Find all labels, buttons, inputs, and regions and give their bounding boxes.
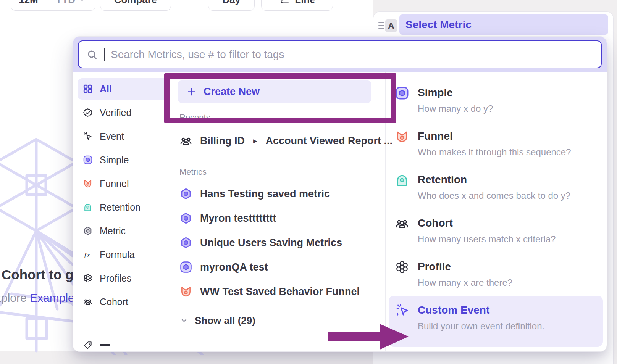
chart-type-line-button[interactable]: Line — [261, 0, 333, 11]
retention-icon — [83, 202, 93, 212]
search-box[interactable] — [78, 40, 602, 68]
clipped-label-fragment — [100, 344, 110, 351]
metric-picker-modal: All Verified Event Simple Funnel — [73, 36, 607, 352]
type-title: Profile — [418, 261, 512, 273]
sidebar-item-profiles[interactable]: Profiles — [78, 267, 168, 289]
metric-type-funnel[interactable]: FunnelWho makes it through this sequence… — [389, 122, 603, 165]
list-item-label: Myron testttttttt — [200, 213, 276, 224]
sidebar-item-label: Funnel — [100, 178, 129, 189]
profiles-icon — [83, 273, 93, 283]
compare-label: Compare — [114, 0, 157, 6]
app-screen: 12M YTD Compare Day Line — [0, 0, 617, 364]
metrics-header: Metrics — [179, 167, 380, 177]
compare-button[interactable]: Compare — [100, 0, 171, 11]
list-item[interactable]: Unique Users Saving Metrics — [178, 230, 380, 255]
metric-type-cohort[interactable]: CohortHow many users match x criteria? — [389, 209, 603, 252]
sidebar-item-label: Simple — [100, 155, 129, 166]
type-description: How many x do y? — [418, 103, 493, 114]
metric-type-custom-event[interactable]: Custom EventBuild your own event definit… — [389, 296, 603, 347]
profiles-icon — [395, 260, 409, 288]
metric-hexagon-icon — [83, 226, 93, 236]
recent-item-suffix: Account Viewed Report ... — [266, 135, 393, 147]
sidebar-item-tags-partial[interactable] — [78, 339, 168, 351]
metric-type-retention[interactable]: RetentionWho does x and comes back to do… — [389, 165, 603, 209]
select-metric-button[interactable]: Select Metric — [399, 14, 608, 35]
create-new-button[interactable]: Create New — [178, 80, 371, 103]
results-column: Create New Recents Billing ID ▸ Account … — [173, 72, 385, 351]
series-a-badge: A — [385, 19, 397, 32]
show-all-toggle[interactable]: Show all (29) — [178, 309, 380, 332]
interval-day-button[interactable]: Day — [208, 0, 255, 11]
metric-type-profile[interactable]: ProfileHow many x are there? — [389, 252, 603, 296]
type-title: Simple — [418, 87, 493, 99]
type-title: Funnel — [418, 130, 571, 142]
date-range-group: 12M YTD — [11, 0, 95, 11]
search-band — [73, 37, 607, 72]
explore-text-fragment: xplore — [0, 292, 30, 304]
verified-badge-icon — [83, 108, 93, 118]
breadcrumb-arrow-icon: ▸ — [252, 136, 258, 145]
modal-body: All Verified Event Simple Funnel — [73, 72, 607, 351]
sidebar-item-label: All — [100, 84, 112, 95]
example-link[interactable]: Example — [30, 292, 74, 304]
sidebar-item-all[interactable]: All — [78, 78, 168, 100]
recents-header: Recents — [179, 113, 380, 122]
empty-state-subtitle: xplore Example — [0, 292, 74, 304]
list-item[interactable]: myronQA test — [178, 255, 380, 279]
type-title: Cohort — [418, 217, 556, 229]
sidebar-item-formula[interactable]: ƒx Formula — [78, 244, 168, 265]
list-item-label: Hans Testing saved metric — [200, 188, 330, 200]
sidebar-item-funnel[interactable]: Funnel — [78, 173, 168, 194]
drag-handle-icon[interactable] — [378, 22, 384, 29]
sidebar-item-verified[interactable]: Verified — [78, 102, 168, 123]
simple-icon — [83, 155, 93, 165]
sidebar-item-event[interactable]: Event — [78, 126, 168, 147]
type-description: Who makes it through this sequence? — [418, 147, 571, 158]
recent-item[interactable]: Billing ID ▸ Account Viewed Report ... — [178, 129, 380, 153]
section-divider — [173, 160, 385, 160]
range-12m-label: 12M — [19, 0, 38, 6]
metric-types-column: SimpleHow many x do y? FunnelWho makes i… — [385, 72, 607, 351]
sidebar-item-simple[interactable]: Simple — [78, 149, 168, 171]
metric-type-simple[interactable]: SimpleHow many x do y? — [389, 78, 603, 122]
empty-state-title-fragment: Cohort to ge — [2, 267, 81, 282]
create-new-label: Create New — [204, 86, 260, 98]
sidebar-divider — [79, 322, 167, 322]
sidebar-item-metric[interactable]: Metric — [78, 220, 168, 242]
type-description: How many users match x criteria? — [418, 234, 556, 245]
chart-type-label: Line — [295, 0, 315, 6]
plus-icon — [186, 87, 197, 97]
range-12m-button[interactable]: 12M — [11, 0, 46, 10]
show-all-label: Show all (29) — [195, 315, 255, 327]
metrics-list: Hans Testing saved metric Myron testtttt… — [178, 182, 380, 304]
list-item[interactable]: Myron testttttttt — [178, 206, 380, 230]
custom-event-icon — [395, 303, 409, 332]
interval-label: Day — [222, 0, 241, 6]
funnel-icon — [83, 179, 93, 188]
type-title: Retention — [418, 174, 570, 186]
list-item-label: Unique Users Saving Metrics — [200, 237, 342, 249]
range-ytd-button[interactable]: YTD — [46, 0, 95, 10]
event-cursor-icon — [83, 131, 93, 141]
sidebar-item-retention[interactable]: Retention — [78, 196, 168, 218]
sidebar-item-label: Verified — [100, 107, 131, 118]
funnel-icon — [395, 129, 409, 158]
formula-icon: ƒx — [83, 250, 93, 259]
list-item[interactable]: Hans Testing saved metric — [178, 182, 380, 206]
line-chart-icon — [279, 0, 290, 5]
filter-sidebar: All Verified Event Simple Funnel — [73, 72, 173, 351]
simple-icon — [395, 86, 409, 114]
type-description: Who does x and comes back to do y? — [418, 190, 570, 201]
sidebar-item-cohort[interactable]: Cohort — [78, 291, 168, 312]
search-input[interactable] — [111, 48, 593, 61]
retention-icon — [395, 173, 409, 201]
search-icon — [86, 49, 98, 60]
sidebar-item-label: Metric — [100, 225, 126, 237]
type-description: How many x are there? — [418, 277, 512, 288]
text-caret — [104, 48, 105, 61]
cohort-icon — [395, 216, 409, 245]
list-item[interactable]: WW Test Saved Behavior Funnel — [178, 279, 380, 304]
recent-item-prefix: Billing ID — [200, 135, 245, 147]
sidebar-item-label: Event — [100, 131, 124, 142]
sidebar-item-label: Formula — [100, 249, 135, 260]
